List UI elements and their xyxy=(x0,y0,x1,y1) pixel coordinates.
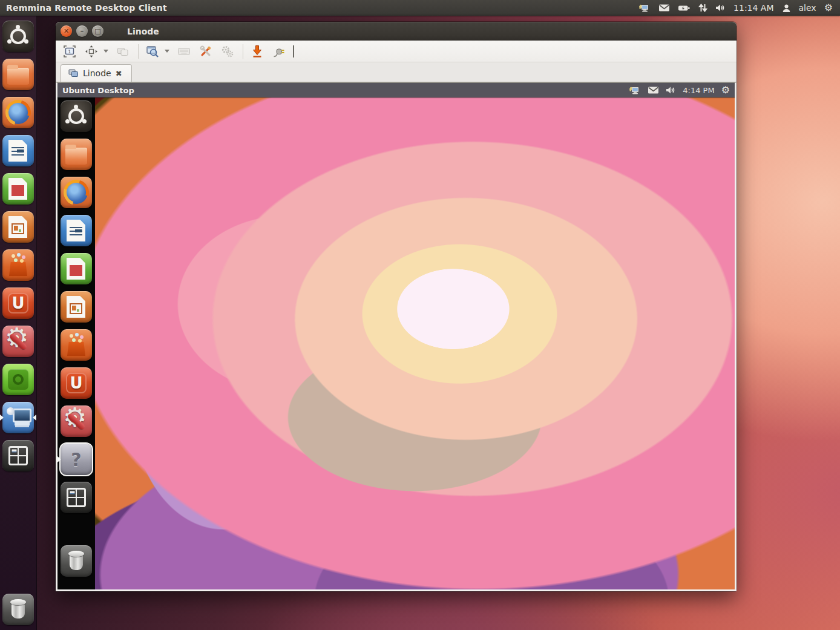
workspace-switcher-icon[interactable] xyxy=(61,482,92,513)
tab-window-icon xyxy=(68,69,79,77)
connection-tools-button[interactable] xyxy=(197,43,215,60)
volume-icon[interactable] xyxy=(666,86,676,94)
keyboard-icon xyxy=(177,45,191,58)
remote-clock[interactable]: 4:14 PM xyxy=(683,86,714,95)
remmina-icon[interactable] xyxy=(2,402,34,433)
home-folder-icon[interactable] xyxy=(2,59,34,90)
zoom-dropdown-caret[interactable] xyxy=(163,43,171,60)
download-arrow-icon xyxy=(251,45,264,58)
remote-tray: 4:14 PM ⚙ xyxy=(629,85,735,95)
user-icon[interactable] xyxy=(782,4,791,13)
dash-home-icon[interactable] xyxy=(61,100,92,132)
window-maximize-button[interactable]: □ xyxy=(92,25,103,37)
ubuntu-one-icon[interactable] xyxy=(2,287,34,319)
remmina-toolbar: 1 xyxy=(56,41,737,62)
trash-icon[interactable] xyxy=(61,545,92,577)
resize-dropdown-caret[interactable] xyxy=(102,43,110,60)
window-minimize-button[interactable]: – xyxy=(76,25,88,37)
toolbar-separator xyxy=(243,44,243,59)
dash-home-icon[interactable] xyxy=(2,21,34,52)
remote-viewport[interactable]: Ubuntu Desktop 4:14 PM ⚙ xyxy=(56,82,737,591)
tools-icon xyxy=(199,45,212,58)
running-indicator-arrow xyxy=(57,456,61,462)
connection-settings-button[interactable] xyxy=(218,43,237,60)
send-keystrokes-button[interactable] xyxy=(175,43,193,60)
window-close-button[interactable]: ✕ xyxy=(61,25,72,37)
network-icon[interactable] xyxy=(629,86,641,95)
mail-icon[interactable] xyxy=(658,4,670,12)
window-titlebar: ✕ – □ Linode xyxy=(56,22,737,41)
host-desktop: Remmina Remote Desktop Client 11:14 AM a… xyxy=(0,0,840,630)
session-menu-gear-icon[interactable]: ⚙ xyxy=(721,85,730,95)
workspace-switcher-icon[interactable] xyxy=(2,440,34,471)
home-folder-icon[interactable] xyxy=(61,139,92,170)
libreoffice-impress-icon[interactable] xyxy=(2,211,34,243)
duplicate-windows-icon xyxy=(116,45,130,58)
remote-panel-title: Ubuntu Desktop xyxy=(57,86,134,95)
window-title: Linode xyxy=(127,27,159,36)
remote-desktop-area[interactable] xyxy=(57,97,735,589)
tab-linode[interactable]: Linode ✖ xyxy=(61,64,132,82)
tab-close-icon[interactable]: ✖ xyxy=(116,69,122,78)
resize-window-button[interactable] xyxy=(82,43,100,60)
tab-label: Linode xyxy=(83,68,111,78)
system-settings-icon[interactable] xyxy=(61,405,92,437)
libreoffice-writer-icon[interactable] xyxy=(2,135,34,166)
mail-icon[interactable] xyxy=(648,86,659,94)
toggle-fullscreen-button[interactable]: 1 xyxy=(61,43,79,60)
tab-bar: Linode ✖ xyxy=(56,62,737,82)
focused-indicator-arrow xyxy=(33,415,36,421)
host-clock[interactable]: 11:14 AM xyxy=(733,3,773,13)
network-icon[interactable] xyxy=(638,4,651,13)
libreoffice-calc-icon[interactable] xyxy=(2,173,34,205)
running-indicator-arrow xyxy=(0,415,4,421)
disconnect-button[interactable] xyxy=(270,43,288,60)
firefox-icon[interactable] xyxy=(61,177,92,208)
firefox-icon[interactable] xyxy=(2,97,34,128)
unknown-window-icon[interactable] xyxy=(61,444,92,475)
svg-text:1: 1 xyxy=(68,48,71,54)
zoom-options-button[interactable] xyxy=(143,43,162,60)
take-screenshot-button[interactable] xyxy=(248,43,266,60)
host-tray: 11:14 AM alex ⚙ xyxy=(638,3,840,13)
remote-wallpaper[interactable] xyxy=(95,97,735,589)
ubuntu-software-center-icon[interactable] xyxy=(2,249,34,281)
gears-icon xyxy=(221,45,234,58)
resize-arrows-icon xyxy=(85,45,98,58)
plug-icon xyxy=(272,45,286,58)
text-cursor xyxy=(293,45,294,57)
session-menu-gear-icon[interactable]: ⚙ xyxy=(824,3,833,13)
ubuntu-software-icon[interactable] xyxy=(2,364,34,395)
sync-arrows-icon[interactable] xyxy=(698,4,707,12)
remote-top-panel: Ubuntu Desktop 4:14 PM ⚙ xyxy=(57,83,735,97)
magnifier-window-icon xyxy=(146,45,159,58)
remote-launcher xyxy=(57,97,95,589)
host-launcher xyxy=(0,16,37,630)
libreoffice-writer-icon[interactable] xyxy=(61,215,92,246)
toolbar-separator xyxy=(138,44,139,59)
trash-icon[interactable] xyxy=(2,594,34,625)
remmina-window: ✕ – □ Linode 1 xyxy=(56,22,737,591)
volume-icon[interactable] xyxy=(715,4,726,12)
ubuntu-software-center-icon[interactable] xyxy=(61,329,92,361)
system-settings-icon[interactable] xyxy=(2,326,34,357)
host-app-title: Remmina Remote Desktop Client xyxy=(0,3,167,13)
libreoffice-impress-icon[interactable] xyxy=(61,291,92,323)
ubuntu-one-icon[interactable] xyxy=(61,367,92,399)
libreoffice-calc-icon[interactable] xyxy=(61,253,92,284)
duplicate-connection-button[interactable] xyxy=(114,43,132,60)
fullscreen-icon: 1 xyxy=(63,45,76,58)
battery-icon[interactable] xyxy=(678,4,691,12)
host-username[interactable]: alex xyxy=(799,3,816,13)
host-top-panel: Remmina Remote Desktop Client 11:14 AM a… xyxy=(0,0,840,16)
